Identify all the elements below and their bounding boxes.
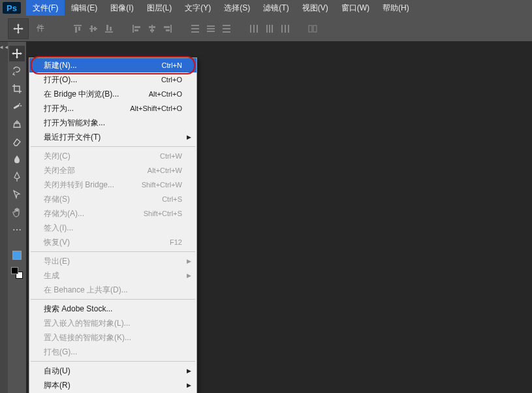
svg-point-39 [19,103,20,104]
menu-item-shortcut: Alt+Ctrl+W [148,166,182,174]
distribute-vcenter-icon[interactable] [204,22,218,36]
menu-item[interactable]: 帮助(H) [376,0,416,16]
menu-item[interactable]: 搜索 Adobe Stock... [29,302,196,316]
blur-tool[interactable] [9,151,25,167]
healing-brush-tool[interactable] [9,99,25,114]
svg-rect-19 [191,28,199,29]
distribute-hcenter-icon[interactable] [262,22,277,36]
move-tool[interactable] [9,46,25,61]
menu-item[interactable]: 图层(L) [140,0,179,16]
file-menu-dropdown: 新建(N)...Ctrl+N打开(O)...Ctrl+O在 Bridge 中浏览… [29,57,197,393]
align-bottom-icon[interactable] [102,22,116,36]
distribute-top-icon[interactable] [188,22,202,36]
menu-item: 关闭(C)Ctrl+W [29,149,196,163]
menu-item[interactable]: 滤镜(T) [257,0,295,16]
menu-item[interactable]: 打开为...Alt+Shift+Ctrl+O [29,101,196,116]
svg-rect-27 [250,25,251,33]
svg-rect-8 [110,27,112,31]
menu-item[interactable]: 新建(N)...Ctrl+N [29,58,196,72]
move-tool-indicator[interactable] [8,18,29,39]
svg-rect-14 [150,29,154,31]
menu-item[interactable]: 脚本(R)▶ [29,378,196,392]
menu-item-shortcut: Alt+Shift+Ctrl+O [130,104,182,112]
menu-item: 签入(I)... [29,221,196,235]
svg-rect-7 [106,25,108,31]
menu-item: 恢复(V)F12 [29,235,196,249]
menu-item[interactable]: 最近打开文件(T)▶ [29,130,196,144]
clone-stamp-tool[interactable] [9,116,25,132]
menu-item-label: 自动(U) [44,366,70,377]
menu-item-shortcut: Ctrl+O [161,76,182,84]
align-right-icon[interactable] [161,22,175,36]
svg-rect-12 [151,25,153,33]
submenu-arrow-icon: ▶ [187,134,191,140]
svg-rect-3 [89,28,97,29]
hand-tool[interactable] [9,204,25,220]
distribute-bottom-icon[interactable] [219,22,234,36]
svg-rect-20 [191,31,199,33]
svg-rect-6 [105,31,113,33]
foreground-color-swatch[interactable] [12,251,22,260]
svg-rect-11 [134,29,138,31]
svg-rect-4 [91,25,93,32]
menu-item[interactable]: 选择(S) [217,0,257,16]
path-selection-tool[interactable] [9,187,25,202]
svg-rect-30 [266,25,268,33]
align-left-icon[interactable] [129,22,144,36]
menu-item-label: 在 Behance 上共享(D)... [44,285,128,296]
menu-item[interactable]: 编辑(E) [65,0,104,16]
svg-rect-0 [74,25,82,26]
menu-separator [31,146,195,147]
svg-rect-34 [285,25,286,33]
menu-item-label: 置入链接的智能对象(K)... [44,332,131,343]
menu-item: 存储(S)Ctrl+S [29,192,196,206]
menu-item-label: 最近打开文件(T) [44,132,101,143]
menu-item[interactable]: 窗口(W) [335,0,376,16]
menu-item: 置入链接的智能对象(K)... [29,330,196,345]
menu-item[interactable]: 打开为智能对象... [29,116,196,130]
distribute-left-icon[interactable] [247,22,261,36]
menubar: Ps 文件(F)编辑(E)图像(I)图层(L)文字(Y)选择(S)滤镜(T)视图… [0,0,532,16]
menu-separator [31,251,195,252]
menu-item-label: 存储为(A)... [44,208,84,219]
lasso-tool[interactable] [9,63,25,79]
menu-item[interactable]: 文件(F) [26,0,65,16]
align-vcenter-icon[interactable] [86,22,101,36]
eraser-tool[interactable] [9,134,25,149]
menu-separator [31,361,195,362]
menu-item[interactable]: 视图(V) [296,0,335,16]
svg-point-40 [20,105,22,106]
menu-item[interactable]: 在 Bridge 中浏览(B)...Alt+Ctrl+O [29,87,196,101]
menu-item: 关闭并转到 Bridge...Shift+Ctrl+W [29,178,196,192]
menu-item-label: 在 Bridge 中浏览(B)... [44,89,119,100]
svg-rect-22 [207,28,215,29]
distribute-right-icon[interactable] [278,22,292,36]
svg-rect-25 [223,28,230,29]
menu-item-label: 搜索 Adobe Stock... [44,304,112,315]
menu-item[interactable]: 打开(O)...Ctrl+O [29,72,196,87]
edit-toolbar[interactable]: ⋯ [9,222,25,238]
svg-rect-37 [313,25,317,32]
svg-rect-31 [269,25,270,33]
svg-rect-24 [223,25,230,26]
align-hcenter-icon[interactable] [145,22,159,36]
svg-rect-16 [164,26,170,28]
menu-item-label: 脚本(R) [44,380,70,391]
default-colors-swatch[interactable] [11,267,23,279]
pen-tool[interactable] [9,169,25,185]
menu-item[interactable]: 图像(I) [104,0,140,16]
menu-item[interactable]: 自动(U)▶ [29,364,196,378]
svg-rect-21 [207,25,215,27]
menu-item-label: 生成 [44,270,59,281]
menu-item: 生成▶ [29,268,196,283]
align-top-icon[interactable] [70,22,85,36]
svg-rect-17 [166,29,170,31]
crop-tool[interactable] [9,81,25,97]
panel-collapse-handle[interactable]: ◄◄ [0,42,8,393]
menu-item-shortcut: Ctrl+W [160,152,182,160]
menu-item[interactable]: 文字(Y) [178,0,217,16]
svg-rect-28 [253,25,255,33]
option-fragment: 件 [37,23,44,34]
auto-align-icon[interactable] [305,22,320,36]
submenu-arrow-icon: ▶ [187,368,191,374]
